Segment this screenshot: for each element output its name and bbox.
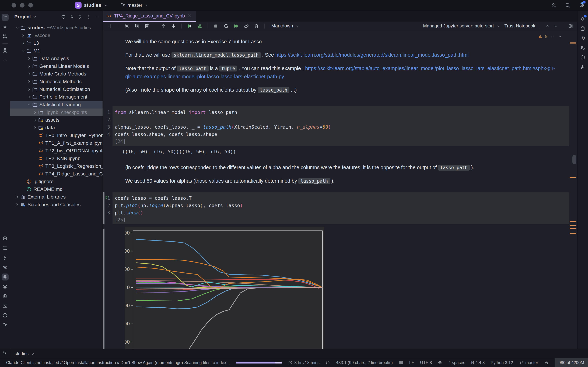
trash-button[interactable]: [253, 23, 259, 29]
tool-strip-button-commit[interactable]: [1, 23, 9, 30]
minus-icon[interactable]: [95, 14, 100, 19]
tree-row-l3[interactable]: L3: [10, 39, 103, 47]
tool-strip-button-problems[interactable]: [1, 312, 9, 319]
warning-stripe-mark[interactable]: [570, 233, 576, 234]
tree-row-data[interactable]: data: [10, 124, 103, 132]
status-message[interactable]: Claude Client is not installed // Open I…: [6, 360, 183, 365]
jupyter-server-select[interactable]: Managed Jupyter server: auto-start: [423, 23, 501, 29]
tool-strip-button-version-control[interactable]: [1, 322, 9, 329]
tree-row-numerical-methods[interactable]: Numerical Methods: [10, 78, 103, 85]
code-line[interactable]: 3plt.show(): [103, 209, 577, 217]
notebook-scroll-area[interactable]: 9 We will do the same questions as in Ex…: [103, 30, 577, 349]
tool-strip-button-r-lang[interactable]: R: [579, 35, 586, 42]
line-ending[interactable]: LF: [409, 360, 414, 365]
version-control-tool-button[interactable]: [0, 349, 10, 358]
collapse-all-icon[interactable]: [78, 14, 83, 19]
clear-button[interactable]: [243, 23, 249, 29]
project-panel-title[interactable]: Project: [14, 14, 37, 20]
tool-strip-button-hexagon[interactable]: [579, 54, 586, 61]
tool-strip-button-todo[interactable]: [1, 245, 9, 252]
window-controls[interactable]: [12, 3, 33, 8]
hyperlink[interactable]: glr-auto-examples-linear-model-plot-lass…: [125, 74, 284, 79]
plus-button[interactable]: [108, 23, 114, 29]
hexagon-icon[interactable]: [326, 360, 330, 365]
memory-indicator[interactable]: 980 of 4200M: [554, 358, 588, 367]
tool-strip-button-structure[interactable]: [1, 47, 9, 54]
chevron-right-icon[interactable]: [26, 79, 32, 84]
tree-row-tp2-bis-optional-ipynb[interactable]: TP2_bis_OPTIONAL.ipynb: [10, 147, 103, 155]
tree-row-statistical-learning[interactable]: Statistical Learning: [10, 101, 103, 108]
window-minimize-button[interactable]: [20, 3, 25, 8]
tool-strip-button-database[interactable]: [579, 25, 586, 32]
debug-cell-button[interactable]: [197, 23, 203, 29]
chevron-right-icon[interactable]: [26, 94, 32, 100]
expand-all-icon[interactable]: [69, 14, 75, 19]
hyperlink[interactable]: https://scikit-learn.org/stable/auto_exa…: [305, 66, 555, 71]
chevron-down-icon[interactable]: [15, 25, 20, 30]
chevron-right-icon[interactable]: [20, 33, 26, 38]
tool-strip-button-pull-request[interactable]: [1, 33, 9, 40]
tool-strip-button-r-lang[interactable]: R: [1, 264, 9, 271]
tree-row-readme-md[interactable]: README.md: [10, 185, 103, 193]
locate-icon[interactable]: [61, 14, 66, 19]
code-line[interactable]: 1from sklearn.linear_model import lasso_…: [103, 109, 577, 116]
run-cell-button[interactable]: [187, 23, 192, 29]
chevron-right-icon[interactable]: [15, 194, 20, 200]
chevron-right-icon[interactable]: [32, 110, 38, 115]
tree-row-tp1-a-first-example-ipynb[interactable]: TP1_A_first_example.ipynb: [10, 139, 103, 147]
chevron-right-icon[interactable]: [26, 71, 32, 76]
inspections-widget[interactable]: 9: [538, 34, 562, 39]
code-line[interactable]: 1coefs_lasso = coefs_lasso.T: [103, 194, 577, 202]
tree-row-general-linear-models[interactable]: General Linear Models: [10, 62, 103, 70]
tree-row-tp0-intro-jupyter-python-ip[interactable]: TP0_Intro_Jupyter_Python.ip: [10, 132, 103, 139]
add-user-icon[interactable]: [551, 2, 557, 8]
stop-button[interactable]: [213, 23, 219, 29]
chevron-right-icon[interactable]: [26, 56, 32, 61]
r-version[interactable]: R 4.4.3: [471, 360, 484, 365]
tool-strip-button-ai-graph[interactable]: [1, 235, 9, 242]
tool-strip-button-r-tools[interactable]: R: [1, 274, 9, 281]
warning-stripe-mark[interactable]: [570, 228, 576, 229]
tree-row--vscode[interactable]: .vscode: [10, 32, 103, 39]
editor-scrollbar[interactable]: [572, 155, 576, 164]
tree-row-tp4-ridge-lasso-and-cv-ip[interactable]: TP4_Ridge_Lasso_and_CV.ip: [10, 170, 103, 178]
tree-row-tp3-logistic-regression-ar[interactable]: TP3_Logistic_Regression_ar: [10, 162, 103, 170]
chevron-down-icon[interactable]: [20, 48, 26, 53]
tool-strip-button-collab[interactable]: [579, 44, 586, 51]
warning-stripe-mark[interactable]: [570, 225, 576, 226]
code-line[interactable]: 2: [103, 116, 577, 123]
tool-strip-button-more[interactable]: [1, 57, 9, 64]
tool-strip-button-layers[interactable]: [1, 283, 9, 290]
tree-row-data-analysis[interactable]: Data Analysis: [10, 55, 103, 62]
trust-notebook-button[interactable]: Trust Notebook: [504, 23, 535, 29]
warning-stripe-mark[interactable]: [570, 177, 576, 178]
next-cell-button[interactable]: [553, 24, 558, 28]
code-line[interactable]: 3alphas_lasso, coefs_lasso, _ = lasso_pa…: [103, 123, 577, 131]
code-cell-1[interactable]: 1from sklearn.linear_model import lasso_…: [103, 106, 577, 146]
tool-strip-button-terminal[interactable]: [1, 302, 9, 309]
globe-icon[interactable]: [568, 23, 574, 29]
tab-notebook[interactable]: TP4_Ridge_Lasso_and_CV.ipynb: [103, 11, 196, 22]
settings-button[interactable]: [579, 2, 585, 9]
chevron-right-icon[interactable]: [26, 64, 32, 69]
tree-row-numerical-optimisation[interactable]: Numerical Optimisation: [10, 85, 103, 93]
caret-position[interactable]: 483:1 (99 chars, 2 line breaks): [336, 360, 393, 365]
cell-type-select[interactable]: Markdown: [271, 23, 299, 29]
tree-row-scratches-and-consoles[interactable]: Scratches and Consoles: [10, 201, 103, 209]
lock-open-icon[interactable]: [544, 360, 549, 365]
search-icon[interactable]: [564, 2, 571, 8]
tree-row-studies[interactable]: studies~/Workspace/studies: [10, 24, 103, 32]
kebab-icon[interactable]: [86, 14, 91, 19]
tree-row-tp2-knn-ipynb[interactable]: TP2_KNN.ipynb: [10, 155, 103, 162]
next-warning-button[interactable]: [557, 34, 562, 39]
tree-row-assets[interactable]: assets: [10, 116, 103, 124]
grid-icon[interactable]: [399, 360, 403, 365]
close-icon[interactable]: [187, 13, 192, 18]
restart-button[interactable]: [223, 23, 229, 29]
branch-widget[interactable]: master: [120, 2, 149, 8]
tree-row-monte-carlo-methods[interactable]: Monte Carlo Methods: [10, 70, 103, 78]
arrow-up-button[interactable]: [160, 23, 166, 29]
tool-strip-button-folder-tool[interactable]: [1, 14, 9, 21]
warning-stripe-mark[interactable]: [570, 221, 576, 222]
run-all-button[interactable]: [233, 23, 239, 29]
